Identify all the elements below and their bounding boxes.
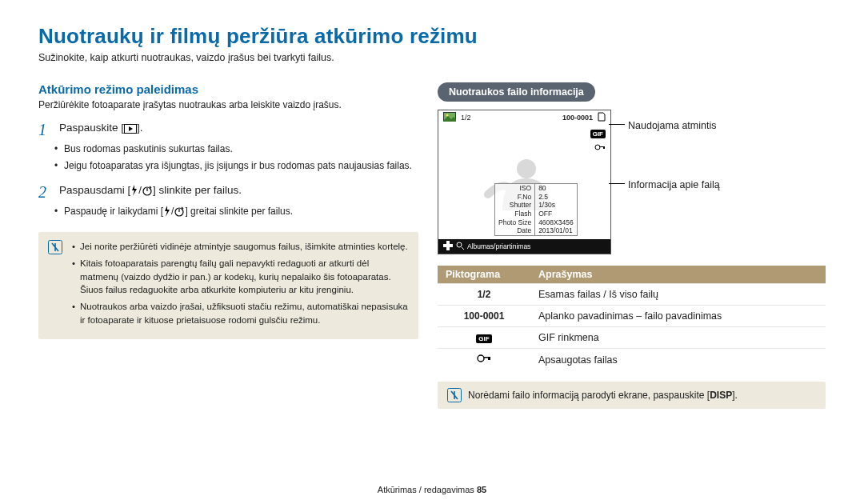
icon-cell [438,349,530,371]
desc-cell: Esamas failas / Iš viso failų [530,284,826,306]
page-number: 85 [477,485,486,494]
table-row: Apsaugotas failas [438,349,826,371]
list-item: Paspaudę ir laikydami [/] greitai slinki… [64,205,418,218]
photo-thumb-icon [443,112,456,123]
desc-cell: Apsaugotas failas [530,349,826,371]
svg-point-7 [517,159,536,178]
tip-box: Jei norite peržiūrėti vidinėje atmintyje… [38,232,418,339]
memory-icon [598,112,606,123]
tip-item: Kitais fotoaparatais parengtų failų gali… [72,257,409,297]
text: ] slinkite per failus. [153,184,242,196]
gif-icon: GIF [476,334,491,343]
th-icon: Piktograma [438,266,530,284]
timer-icon [142,185,153,196]
svg-rect-9 [443,244,453,247]
text: ]. [137,122,143,134]
callout-line [609,124,625,125]
flash-icon [130,185,138,196]
flash-icon [163,206,171,217]
folder-name: 100-0001 [562,114,593,122]
tip-item: Jei norite peržiūrėti vidinėje atmintyje… [72,240,409,254]
th-desc: Aprašymas [530,266,826,284]
text: ]. [732,390,738,401]
svg-point-10 [457,242,462,247]
callout-memory: Naudojama atmintis [628,120,716,131]
section-desc: Peržiūrėkite fotoaparate įrašytas nuotra… [38,99,418,110]
footer-text: Atkūrimas / redagavimas [378,485,477,494]
svg-point-11 [478,355,484,362]
lock-icon [477,354,491,366]
step-text: Paspauskite []. [59,122,143,138]
text: Paspausdami [ [59,184,130,196]
file-counter: 1/2 [461,114,471,122]
text: Paspauskite [ [59,122,124,134]
step-number: 2 [38,184,51,200]
desc-cell: Aplanko pavadinimas – failo pavadinimas [530,306,826,327]
panel-heading-pill: Nuotraukos failo informacija [438,82,595,102]
footer-label: Albumas/priartinimas [467,242,530,250]
lead-text: Sužinokite, kaip atkurti nuotraukas, vai… [38,52,826,63]
timer-icon [174,206,185,217]
playback-icon [124,124,137,134]
tip-box: Norėdami failo informaciją parodyti ekra… [438,382,826,409]
icon-cell: 1/2 [438,284,530,306]
section-heading: Atkūrimo režimo paleidimas [38,82,418,96]
list-item: Jeigu fotoaparatas yra išjungtas, jis įs… [64,159,418,173]
table-row: GIF GIF rinkmena [438,327,826,349]
tip-item: Nuotraukos arba vaizdo įrašai, užfiksuot… [72,300,409,326]
step-text: Paspausdami [/] slinkite per failus. [59,184,242,200]
step-number: 1 [38,122,51,138]
icon-legend-table: Piktograma Aprašymas 1/2 Esamas failas /… [438,266,826,370]
list-item: Bus rodomas paskutinis sukurtas failas. [64,142,418,156]
lock-icon [594,140,606,154]
file-meta-box: ISO80 F.No2.5 Shutter1/30s FlashOFF Phot… [494,183,578,236]
info-icon [447,388,462,402]
zoom-icon [456,242,464,251]
table-row: 100-0001 Aplanko pavadinimas – failo pav… [438,306,826,327]
callout-file: Informacija apie failą [628,179,720,190]
text: ] greitai slinkite per failus. [185,206,293,217]
page-title: Nuotraukų ir filmų peržiūra atkūrimo rež… [38,24,826,49]
text: Norėdami failo informaciją parodyti ekra… [468,390,710,401]
disp-key: DISP [710,390,732,401]
icon-cell: GIF [438,327,530,349]
page-footer: Atkūrimas / redagavimas 85 [0,485,864,494]
icon-cell: 100-0001 [438,306,530,327]
table-row: 1/2 Esamas failas / Iš viso failų [438,284,826,306]
dpad-icon [443,241,453,252]
desc-cell: GIF rinkmena [530,327,826,349]
gif-icon: GIF [590,130,606,138]
text: Paspaudę ir laikydami [ [64,206,163,217]
info-icon [48,240,62,254]
callout-line [609,183,625,184]
camera-screen-preview: 1/2 100-0001 GIF [438,110,611,254]
